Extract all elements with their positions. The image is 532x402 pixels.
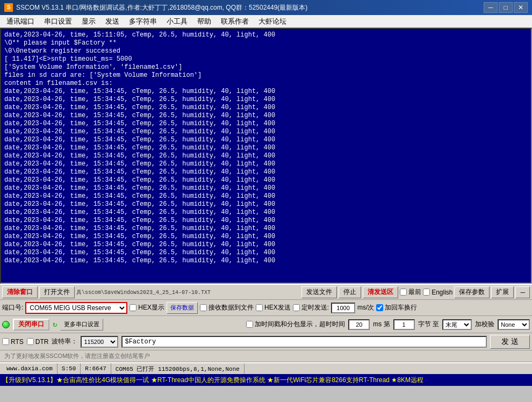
port-label: 端口号: [2,303,23,312]
terminal-line: \0\0network register successed [4,47,528,55]
terminal-line: date,2023-04-26, time, 15:34:45, cTemp, … [4,225,528,233]
menu-help[interactable]: 帮助 [193,16,215,27]
window-controls: ─ □ ✕ [484,2,528,13]
recv-to-file-text: 接收数据到文件 [209,303,254,312]
rts-label[interactable]: RTS [2,338,24,346]
close-button[interactable]: ✕ [514,2,528,13]
dtr-label[interactable]: DTR [27,338,49,346]
timestamp-text: 加时间戳和分包显示，超时时间 [255,320,345,329]
timed-send-checkbox[interactable] [293,304,300,311]
last-front-checkbox[interactable] [400,289,407,296]
hex-recv-text: HEX显示 [138,303,164,312]
menu-serial-settings[interactable]: 串口设置 [40,16,76,27]
rts-checkbox[interactable] [2,338,9,345]
open-file-button[interactable]: 打开文件 [39,286,75,298]
terminal-line: date,2023-04-26, time, 15:34:45, cTemp, … [4,241,528,249]
expand-button[interactable]: 扩展 [491,286,514,298]
ms-label: ms 第 [373,320,390,329]
menu-contact[interactable]: 联系作者 [217,16,253,27]
promo-text: 为了更好地发展SSCOM软件，请您注册嘉立创结尾客户 [4,352,150,360]
maximize-button[interactable]: □ [499,2,513,13]
baud-label: 波特率： [52,337,77,346]
byte-label: 字节 至 [418,320,439,329]
timestamp-label[interactable]: 加时间戳和分包显示，超时时间 [246,320,345,329]
terminal-line: \O** please input $Factory ** [4,39,528,47]
terminal-line: files in sd card are: ['System Volume In… [4,71,528,80]
timestamp-checkbox[interactable] [246,321,253,328]
timed-send-text: 定时发送: [301,303,329,312]
last-front-label[interactable]: 最前 [400,288,421,297]
terminal-line: date,2023-04-26, time, 15:34:45, cTemp, … [4,192,528,200]
terminal-line: date,2023-04-26, time, 15:34:45, cTemp, … [4,217,528,225]
more-settings-button[interactable]: 更多串口设置 [60,319,103,331]
checksum-select[interactable]: None [498,319,530,330]
hex-send-label[interactable]: HEX发送 [256,303,291,312]
terminal-line: date,2023-04-26, time, 15:34:45, cTemp, … [4,104,528,112]
recv-to-file-label[interactable]: 接收数据到文件 [200,303,254,312]
save-params-button[interactable]: 保存参数 [454,286,490,298]
interval-unit: ms/次 [357,303,374,312]
send-button[interactable]: 发 送 [490,335,530,349]
dtr-text: DTR [35,338,49,346]
title-bar: S SSCOM V5.13.1 串口/网络数据调试器,作者:大虾丁丁,26180… [0,0,532,15]
terminal-line: date,2023-04-26, time, 15:34:45, cTemp, … [4,176,528,184]
add-crlf-checkbox[interactable] [376,304,383,311]
terminal-line: date,2023-04-26, time, 15:34:45, cTemp, … [4,136,528,144]
clear-send-area-button[interactable]: 清发送区 [363,286,398,298]
menu-send[interactable]: 发送 [101,16,124,27]
r-count-status: R:6647 [81,363,111,374]
english-checkbox[interactable] [423,289,430,296]
byte-num-input[interactable] [393,319,415,330]
status-bar: www.daxia.com S:50 R:6647 COM65 已打开 1152… [0,362,532,374]
terminal-line: date,2023-04-26, time, 15:34:45, cTemp, … [4,160,528,168]
save-data-button[interactable]: 保存数据 [167,302,198,314]
add-crlf-label[interactable]: 加回车换行 [376,303,417,312]
interval-input[interactable] [331,303,355,313]
minus-button[interactable]: ─ [515,286,530,298]
toolbar-row1: 清除窗口 打开文件 具\sscom\SaveWindows2023_4_25_1… [0,285,532,300]
terminal-line: date,2023-04-26, time, 15:34:45, cTemp, … [4,184,528,192]
terminal-line: date,2023-04-26, time, 15:11:05, cTemp, … [4,31,528,39]
timeout-input[interactable] [348,319,370,330]
add-crlf-text: 加回车换行 [385,303,417,312]
s-count-status: S:50 [57,363,81,374]
refresh-icon[interactable]: ↻ [53,320,57,329]
checksum-label: 加校验 [475,320,494,329]
clear-window-button[interactable]: 清除窗口 [2,286,38,298]
menu-forum[interactable]: 大虾论坛 [254,16,291,27]
stop-button[interactable]: 停止 [339,286,361,298]
timed-send-label[interactable]: 定时发送: [293,303,329,312]
marquee-text: 【升级到V5.13.1】★合宙高性价比4G模块值得一试 ★RT-Thread中国… [2,376,423,385]
port-select[interactable]: COM65 MEIG USB Reserve [25,302,127,314]
file-path-display: 具\sscom\SaveWindows2023_4_25_14-07-10.TX… [76,289,300,296]
dtr-checkbox[interactable] [27,338,34,345]
hex-send-checkbox[interactable] [256,304,263,311]
recv-to-file-checkbox[interactable] [200,304,207,311]
terminal-line: date,2023-04-26, time, 15:34:45, cTemp, … [4,168,528,176]
terminal-line: date,2023-04-26, time, 15:34:45, cTemp, … [4,152,528,160]
menu-multistring[interactable]: 多字符串 [125,16,161,27]
menu-comm-port[interactable]: 通讯端口 [2,16,39,27]
english-text: English [432,289,452,296]
connection-indicator [2,321,10,328]
baud-select[interactable]: 115200 9600 38400 57600 [81,336,118,348]
send-input[interactable] [121,336,487,348]
terminal-line: date,2023-04-26, time, 15:34:45, cTemp, … [4,120,528,128]
marquee-bar: 【升级到V5.13.1】★合宙高性价比4G模块值得一试 ★RT-Thread中国… [0,374,532,386]
close-port-button[interactable]: 关闭串口 [13,319,49,331]
title-bar-left: S SSCOM V5.13.1 串口/网络数据调试器,作者:大虾丁丁,26180… [4,3,307,12]
menu-display[interactable]: 显示 [77,16,100,27]
send-file-button[interactable]: 发送文件 [301,286,337,298]
hex-recv-label[interactable]: HEX显示 [130,303,164,312]
app-title: SSCOM V5.13.1 串口/网络数据调试器,作者:大虾丁丁,2618058… [16,3,307,12]
terminal-line: date,2023-04-26, time, 15:34:45, cTemp, … [4,209,528,217]
menu-tools[interactable]: 小工具 [162,16,192,27]
hex-send-text: HEX发送 [264,303,291,312]
end-select[interactable]: 末尾 [442,319,472,330]
terminal-output: date,2023-04-26, time, 15:11:05, cTemp, … [0,28,532,284]
hex-recv-checkbox[interactable] [130,304,136,311]
minimize-button[interactable]: ─ [484,2,498,13]
bottom-area: 清除窗口 打开文件 具\sscom\SaveWindows2023_4_25_1… [0,284,532,362]
terminal-line: date,2023-04-26, time, 15:34:45, cTemp, … [4,112,528,120]
english-label[interactable]: English [423,289,452,296]
